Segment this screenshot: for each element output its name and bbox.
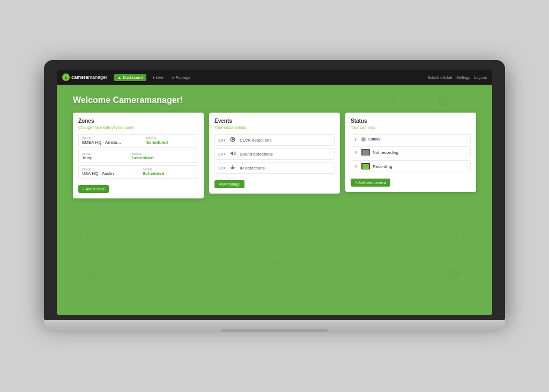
event-row-1[interactable]: 20+ CLVR detections › bbox=[214, 134, 335, 146]
events-card: Events Your latest events 20+ bbox=[209, 113, 340, 194]
status-row-3[interactable]: 4 Recording › bbox=[351, 160, 471, 172]
status-label-3: Recording bbox=[373, 164, 463, 169]
cards-row: Zones Change the mode of your zone Zone … bbox=[73, 113, 476, 198]
status-label-1: Offline bbox=[368, 137, 463, 142]
status-num-2: 4 bbox=[354, 150, 359, 155]
laptop-shell: ⊙ ◯ ⊙ ◯ 〉 〉 〉 〉 〉 〉 ⊙ ⊙ ◯ ◯ c bbox=[44, 60, 505, 332]
zone-arrow-2: › bbox=[193, 154, 195, 159]
footage-icon: ∞ bbox=[172, 75, 175, 80]
status-thumb-3 bbox=[361, 163, 370, 169]
status-num-1: 1 bbox=[354, 137, 359, 142]
status-thumb-2 bbox=[361, 149, 370, 156]
dashboard-nav-btn[interactable]: ▲ Dashboard bbox=[114, 74, 146, 81]
logo: c cameramanager bbox=[62, 73, 107, 81]
main-area: Welcome Cameramanager! Zones Change the … bbox=[57, 85, 492, 315]
zone-mode-val-2: Scheduled bbox=[132, 156, 153, 160]
event-name-3: IR detections bbox=[240, 166, 326, 171]
footage-nav-link[interactable]: ∞ Footage bbox=[169, 74, 194, 81]
clvr-icon bbox=[229, 137, 236, 143]
status-arrow-2: › bbox=[465, 150, 467, 155]
navbar: c cameramanager ▲ Dashboard ● Live bbox=[57, 70, 492, 85]
status-num-3: 4 bbox=[354, 164, 359, 169]
screen-bezel: ⊙ ◯ ⊙ ◯ 〉 〉 〉 〉 〉 〉 ⊙ ⊙ ◯ ◯ c bbox=[44, 60, 505, 320]
zone-row-3[interactable]: Zone USA HQ - Austin Mode Scheduled › bbox=[78, 165, 198, 179]
svg-point-2 bbox=[232, 167, 234, 168]
event-arrow-2: › bbox=[329, 152, 331, 157]
add-camera-button[interactable]: + Add new camera bbox=[351, 179, 390, 187]
settings-link[interactable]: Settings bbox=[456, 76, 470, 79]
zone-row-1[interactable]: Zone EMEA HQ - Amste... Mode Scheduled › bbox=[78, 134, 198, 147]
status-arrow-1: › bbox=[465, 137, 467, 142]
events-card-subtitle: Your latest events bbox=[214, 125, 335, 130]
status-card: Status Your cameras 1 Offline › 4 bbox=[345, 113, 476, 192]
zone-arrow-3: › bbox=[193, 169, 195, 174]
laptop-base bbox=[44, 320, 505, 332]
logo-text: cameramanager bbox=[71, 75, 107, 80]
sound-icon bbox=[229, 151, 236, 157]
status-row-2[interactable]: 4 Not recording › bbox=[351, 146, 471, 158]
status-label-2: Not recording bbox=[373, 150, 463, 155]
zones-card-subtitle: Change the mode of your zone bbox=[78, 125, 198, 130]
submit-ticket-link[interactable]: Submit a ticket bbox=[427, 76, 452, 79]
event-count-3: 20+ bbox=[218, 166, 226, 171]
zones-card: Zones Change the mode of your zone Zone … bbox=[73, 113, 204, 198]
event-count-2: 20+ bbox=[218, 152, 226, 157]
event-name-2: Sound detections bbox=[240, 152, 326, 157]
live-icon: ● bbox=[152, 75, 155, 80]
event-arrow-1: › bbox=[329, 138, 331, 143]
status-row-1[interactable]: 1 Offline › bbox=[351, 134, 471, 144]
status-card-subtitle: Your cameras bbox=[351, 125, 471, 130]
event-name-1: CLVR detections bbox=[240, 138, 326, 143]
dashboard-icon: ▲ bbox=[117, 75, 121, 80]
status-dot-1 bbox=[361, 137, 366, 142]
status-arrow-3: › bbox=[465, 164, 467, 169]
logo-icon: c bbox=[62, 73, 70, 81]
add-zone-button[interactable]: + Add a zone bbox=[78, 185, 109, 193]
welcome-title: Welcome Cameramanager! bbox=[73, 95, 476, 105]
screen-content: ⊙ ◯ ⊙ ◯ 〉 〉 〉 〉 〉 〉 ⊙ ⊙ ◯ ◯ c bbox=[57, 70, 492, 315]
zones-card-title: Zones bbox=[78, 118, 198, 124]
status-card-title: Status bbox=[351, 118, 471, 124]
zone-name-3: USA HQ - Austin bbox=[82, 171, 114, 176]
zone-arrow-1: › bbox=[193, 138, 195, 143]
ir-icon bbox=[229, 165, 236, 171]
logout-link[interactable]: Log out bbox=[474, 76, 487, 79]
zone-name-1: EMEA HQ - Amste... bbox=[82, 140, 121, 145]
svg-point-1 bbox=[232, 138, 234, 140]
zone-name-2: Temp bbox=[82, 156, 93, 160]
event-arrow-3: › bbox=[329, 166, 331, 171]
event-row-2[interactable]: 20+ Sound detections › bbox=[214, 148, 335, 160]
event-row-3[interactable]: 20+ IR detections › bbox=[214, 162, 335, 174]
events-card-title: Events bbox=[214, 118, 335, 124]
zone-mode-val-1: Scheduled bbox=[146, 140, 168, 145]
event-count-1: 20+ bbox=[218, 138, 226, 143]
zone-mode-val-3: Scheduled bbox=[143, 171, 164, 176]
laptop-screen: ⊙ ◯ ⊙ ◯ 〉 〉 〉 〉 〉 〉 ⊙ ⊙ ◯ ◯ c bbox=[57, 70, 492, 315]
nav-right: Submit a ticket Settings Log out bbox=[427, 76, 487, 79]
zone-row-2[interactable]: Zone Temp Mode Scheduled › bbox=[78, 150, 198, 163]
live-nav-link[interactable]: ● Live bbox=[150, 74, 166, 81]
view-footage-button[interactable]: View footage bbox=[214, 180, 244, 188]
